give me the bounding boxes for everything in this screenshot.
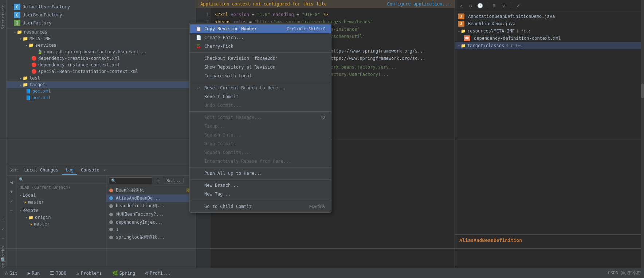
menu-item-left: Interactively Rebase from Here...	[196, 159, 291, 164]
todo-status-btn[interactable]: ☰ TODO	[48, 270, 68, 277]
commit-message: springloc依赖查找...	[116, 234, 193, 240]
list-item[interactable]: C DefaultUserFactory	[7, 3, 196, 11]
spring-status-btn[interactable]: 🌿 Spring	[110, 270, 137, 277]
right-file-item[interactable]: XML dependency-definition-context.xml	[455, 35, 644, 42]
profiler-icon: ◎	[145, 270, 148, 276]
reset-icon: ↩	[196, 85, 201, 90]
menu-item-push-all[interactable]: Push All up to Here...	[190, 169, 331, 178]
chevron-down-icon: ▾	[25, 216, 28, 220]
right-file-item[interactable]: J BeanAliasDemo.java	[455, 20, 644, 27]
sidebar-delete-btn[interactable]: −	[0, 234, 7, 242]
todo-label: TODO	[56, 271, 66, 276]
menu-item-compare-local[interactable]: Compare with Local	[190, 72, 331, 80]
notification-message: Application context not configured for t…	[200, 1, 327, 7]
tree-file-dep-instance[interactable]: 🔴 dependency-instance-context.xml	[7, 62, 196, 68]
menu-item-new-branch[interactable]: New Branch...	[190, 181, 331, 190]
git-add-btn[interactable]: +	[8, 188, 15, 195]
menu-label: Create Patch...	[204, 35, 244, 40]
tree-folder-services[interactable]: ▾ 📁 services	[7, 42, 196, 49]
right-file-item[interactable]: J AnnotationBeanDefinitionDemo.java	[455, 13, 644, 20]
git-check-btn[interactable]: ✓	[8, 197, 15, 205]
log-filter-btn[interactable]: ⚙	[154, 177, 162, 185]
chevron-right-icon: ▸	[20, 83, 22, 87]
folder-icon: 📁	[28, 215, 34, 220]
menu-label: Undo Commit...	[204, 103, 241, 108]
clock-icon[interactable]: 🕐	[476, 1, 484, 9]
menu-item-left: Fixup...	[196, 124, 225, 129]
menu-item-revert-commit[interactable]: Revert Commit	[190, 92, 331, 101]
right-folder-target[interactable]: ▾ 📁 target\classes 4 files	[455, 42, 644, 49]
branch-filter-badge[interactable]: Bra...	[164, 178, 184, 184]
local-section: ▾ Local ★ master	[17, 191, 106, 206]
menu-shortcut: F2	[321, 115, 325, 120]
branch-folder-origin[interactable]: ▾ 📁 origin	[17, 214, 106, 221]
tree-file-special[interactable]: 🔴 special-Bean-instantiation-context.xml	[7, 68, 196, 75]
git-del-btn[interactable]: −	[8, 207, 15, 214]
divider	[487, 3, 487, 8]
right-folder-resources[interactable]: ▾ 📁 resources\META-INF 1 file	[455, 27, 644, 35]
tab-log[interactable]: Log	[62, 166, 77, 175]
local-header[interactable]: ▾ Local	[17, 192, 106, 199]
menu-item-create-patch[interactable]: 📄 Create Patch...	[190, 33, 331, 42]
tree-file-pom1[interactable]: 📘 pom.xml	[7, 88, 196, 94]
class-icon: C	[14, 4, 20, 10]
sidebar-add-btn[interactable]: +	[0, 215, 7, 223]
menu-item-new-tag[interactable]: New Tag...	[190, 190, 331, 198]
commit-row[interactable]: 使用BeanFactory?...	[106, 210, 196, 219]
tab-local-changes[interactable]: Local Changes	[21, 166, 62, 175]
configure-link[interactable]: Configure application...	[387, 1, 450, 7]
commit-message: 1	[116, 227, 193, 232]
git-status-btn[interactable]: ⑃ Git	[3, 270, 20, 277]
group-icon[interactable]: ⊞	[490, 1, 498, 9]
menu-item-go-to-child[interactable]: Go to Child Commit 向左箭头	[190, 202, 331, 211]
tab-console[interactable]: Console ×	[77, 166, 109, 175]
sidebar-check-btn[interactable]: ✓	[0, 225, 7, 232]
file-name: BeanAliasDemo.java	[468, 21, 515, 26]
remote-section: ▾ Remote ▾ 📁 origin ★ master	[17, 206, 106, 228]
run-status-btn[interactable]: ▶ Run	[25, 270, 42, 277]
filter-icon[interactable]: ▽	[500, 1, 508, 9]
tree-folder-resources[interactable]: ▾ 📁 resources	[7, 29, 196, 35]
tab-close-icon[interactable]: ×	[103, 168, 106, 172]
list-item[interactable]: I UserFactory	[7, 19, 196, 27]
menu-item-copy-revision[interactable]: 📋 Copy Revision Number Ctrl+Alt+Shift+C	[190, 24, 331, 33]
menu-label: Squash Commits...	[204, 150, 249, 155]
tree-folder-target[interactable]: ▸ 📁 target	[7, 81, 196, 88]
problems-status-btn[interactable]: ⚠ Problems	[74, 270, 104, 277]
menu-item-reset-branch[interactable]: ↩ Reset Current Branch to Here...	[190, 84, 331, 92]
commit-row[interactable]: dependencyInjec...	[106, 219, 196, 226]
profiler-status-btn[interactable]: ◎ Profi...	[143, 270, 173, 277]
undo-icon[interactable]: ↺	[467, 1, 475, 9]
tree-file-userfact[interactable]: 🍃 com.jsh.spring.bean.factory.UserFact..…	[7, 49, 196, 55]
menu-item-checkout[interactable]: Checkout Revision 'fbcae2d0'	[190, 54, 331, 63]
todo-icon: ☰	[50, 270, 54, 276]
tree-file-dep-creation[interactable]: 🔴 dependency-creation-context.xml	[7, 55, 196, 62]
commit-row[interactable]: springloc依赖查找...	[106, 233, 196, 242]
commit-row[interactable]: 1	[106, 226, 196, 233]
git-back-btn[interactable]: ◀	[8, 178, 15, 186]
menu-item-left: Compare with Local	[196, 73, 252, 78]
log-search-input[interactable]	[116, 178, 150, 183]
menu-item-cherry-pick[interactable]: 🍒 Cherry-Pick	[190, 42, 331, 51]
menu-item-left: 📄 Create Patch...	[196, 35, 244, 40]
branch-item-origin-master[interactable]: ★ master	[17, 221, 106, 227]
menu-label: Checkout Revision 'fbcae2d0'	[204, 56, 278, 61]
commit-row[interactable]: AliasAndBeanDe...	[106, 194, 196, 202]
xml-icon: 🔴	[31, 56, 37, 61]
menu-label: Drop Commits	[204, 141, 236, 146]
tree-folder-meta-inf[interactable]: ▾ 📁 META-INF	[7, 35, 196, 42]
list-item[interactable]: C UserBeanFactory	[7, 11, 196, 19]
structure-sidebar: Structure + ✓ − 🔍 Bookmarks	[0, 0, 7, 278]
branch-item-master-local[interactable]: ★ master	[17, 199, 106, 205]
commit-row[interactable]: Bean的实例化 🏷	[106, 186, 196, 194]
menu-item-left: Show Repository at Revision	[196, 65, 275, 70]
tree-file-pom2[interactable]: 📘 pom.xml	[7, 94, 196, 101]
tree-folder-test[interactable]: ▸ 📁 test	[7, 75, 196, 81]
menu-item-show-repo[interactable]: Show Repository at Revision	[190, 63, 331, 72]
expand-all-icon[interactable]: ⤢	[514, 1, 522, 9]
remote-header[interactable]: ▾ Remote	[17, 207, 106, 214]
expand-icon[interactable]: ↗	[457, 1, 465, 9]
branch-search-input[interactable]	[24, 177, 104, 182]
menu-shortcut: 向左箭头	[309, 204, 325, 209]
commit-row[interactable]: beandefinition构...	[106, 202, 196, 210]
